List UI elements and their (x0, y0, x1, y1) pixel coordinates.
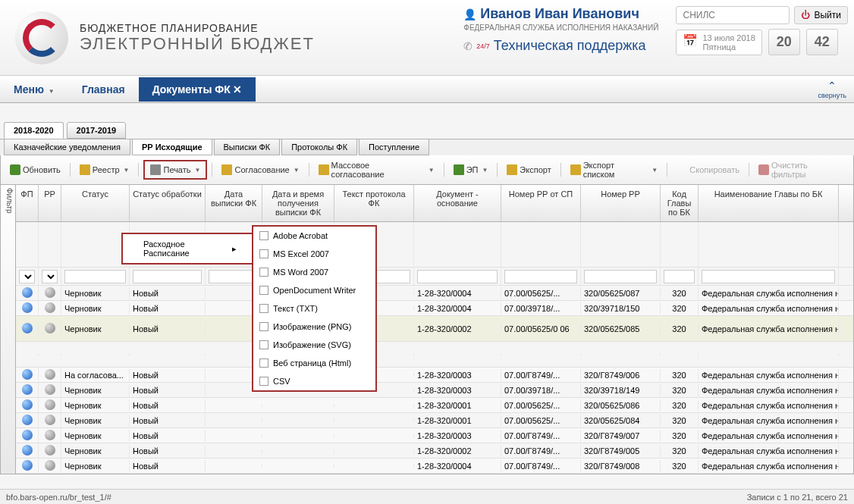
checkbox-icon[interactable] (259, 231, 268, 240)
cell-proc: Новый (130, 384, 206, 396)
sub-tab-3[interactable]: Протоколы ФК (281, 139, 357, 155)
table-row[interactable]: ЧерновикНовый1-28-320/000407.00/05625/..… (16, 286, 853, 301)
export-format-item[interactable]: Изображение (SVG) (253, 336, 375, 354)
table-row[interactable]: ЧерновикНовый1-28-320/000207.00/Г8749/..… (16, 443, 853, 459)
document-icon (80, 164, 90, 175)
year-tab-2018[interactable]: 2018-2020 (4, 122, 64, 139)
export-format-item[interactable]: CSV (253, 372, 375, 390)
checkbox-icon[interactable] (259, 304, 268, 313)
filter-status[interactable] (64, 270, 126, 283)
filter-fp[interactable] (19, 270, 35, 283)
export-format-item[interactable]: Adobe Acrobat (253, 227, 375, 245)
logo-icon (15, 11, 68, 64)
col-doc[interactable]: Документ - основание (414, 185, 501, 221)
app-title-1: БЮДЖЕТНОЕ ПЛАНИРОВАНИЕ (80, 22, 315, 34)
table-row[interactable]: ЧерновикНовый1-28-320/000207.00/05625/0 … (16, 316, 853, 342)
filter-name[interactable] (702, 270, 835, 283)
checkbox-icon[interactable] (259, 268, 268, 277)
close-icon[interactable]: ✕ (233, 83, 242, 95)
export-format-item[interactable]: MS Excel 2007 (253, 245, 375, 263)
user-name: Иванов Иван Иванович (480, 6, 639, 22)
col-proto[interactable]: Текст протокола ФК (334, 185, 414, 221)
print-submenu-item[interactable]: Расходное Расписание ▸ (124, 236, 252, 261)
chevron-up-icon: ⌃ (827, 80, 837, 92)
export-list-button[interactable]: Экспорт списком▼ (566, 158, 663, 181)
checkbox-icon[interactable] (259, 377, 268, 386)
rr-orb-icon (45, 445, 55, 455)
checkbox-icon[interactable] (259, 340, 268, 349)
snils-input[interactable] (676, 6, 790, 24)
filter-rr[interactable] (42, 270, 58, 283)
export-format-item[interactable]: MS Word 2007 (253, 263, 375, 281)
col-nrr[interactable]: Номер РР (581, 185, 661, 221)
table-row[interactable]: ЧерновикНовый1-28-320/000307.00/39718/..… (16, 383, 853, 398)
cell-status: Черновик (61, 399, 130, 412)
approval-button[interactable]: Согласование▼ (217, 162, 303, 177)
table-row[interactable]: На согласова...Новый1-28-320/000307.00/Г… (16, 368, 853, 383)
cell-status: Черновик (61, 445, 130, 457)
registry-button[interactable]: Реестр▼ (75, 162, 134, 177)
cell-code: 320 (661, 302, 699, 315)
nav-documents[interactable]: Документы ФК✕ (139, 77, 256, 102)
cell-name: Федеральная служба исполнения нак (699, 399, 839, 412)
checkbox-icon[interactable] (259, 249, 268, 258)
sub-tab-4[interactable]: Поступление (359, 139, 429, 155)
time-minutes: 42 (806, 29, 838, 55)
col-date1[interactable]: Дата выписки ФК (206, 185, 262, 221)
exit-button[interactable]: ⏻ Выйти (794, 6, 848, 24)
checkbox-icon[interactable] (259, 358, 268, 368)
cell-proc: Новый (130, 415, 206, 427)
filter-doc[interactable] (417, 270, 498, 283)
table-row[interactable]: ЧерновикНовый1-28-320/000107.00/05625/..… (16, 398, 853, 413)
cell-name: Федеральная служба исполнения нак (699, 302, 839, 315)
printer-icon (150, 164, 161, 175)
ep-button[interactable]: ЭП▼ (449, 162, 493, 177)
export-format-item[interactable]: OpenDocument Writer (253, 281, 375, 299)
table-row[interactable]: ЧерновикНовый1-28-320/000407.00/39718/..… (16, 301, 853, 316)
col-fp[interactable]: ФП (16, 185, 39, 221)
filter-label[interactable]: Фильтр (1, 185, 16, 474)
year-tab-2017[interactable]: 2017-2019 (67, 122, 127, 139)
cell-name: Федеральная служба исполнения нак (699, 430, 839, 442)
checkbox-icon[interactable] (259, 286, 268, 295)
col-status[interactable]: Статус (61, 185, 130, 221)
print-button[interactable]: Печать▼ (146, 162, 205, 177)
col-name[interactable]: Наименование Главы по БК (699, 185, 839, 221)
export-button[interactable]: Экспорт (502, 162, 555, 177)
checkbox-icon[interactable] (259, 322, 268, 331)
export-list-icon (570, 164, 581, 175)
nav-home[interactable]: Главная (68, 77, 139, 102)
col-proc[interactable]: Статус обработки (130, 185, 206, 221)
sub-tab-2[interactable]: Выписки ФК (214, 139, 281, 155)
fp-orb-icon (22, 430, 33, 440)
support-link[interactable]: ✆ 24/7 Техническая поддержка (463, 38, 658, 54)
mass-approval-button[interactable]: Массовое согласование▼ (314, 158, 439, 181)
rr-orb-icon (45, 415, 55, 425)
table-row[interactable]: ЧерновикНовый1-28-320/000107.00/05625/..… (16, 413, 853, 428)
cell-doc: 1-28-320/0001 (414, 399, 501, 412)
cell-code: 320 (661, 287, 699, 299)
rr-orb-icon (45, 430, 55, 440)
sub-tab-0[interactable]: Казначейские уведомления (4, 139, 130, 155)
filter-nrr[interactable] (584, 270, 657, 283)
table-row[interactable]: ЧерновикНовый1-28-320/000407.00/Г8749/..… (16, 459, 853, 474)
rr-orb-icon (45, 399, 55, 410)
export-format-item[interactable]: Изображение (PNG) (253, 318, 375, 336)
fp-orb-icon (22, 384, 33, 395)
export-format-item[interactable]: Текст (TXT) (253, 299, 375, 318)
table-row[interactable]: ЧерновикНовый1-28-320/000307.00/Г8749/..… (16, 428, 853, 443)
collapse-button[interactable]: ⌃ свернуть (818, 80, 846, 99)
cell-nrsp: 07.00/05625/0 06 (501, 323, 581, 335)
nav-menu[interactable]: Меню ▼ (0, 77, 68, 102)
col-date2[interactable]: Дата и время получения выписки ФК (262, 185, 334, 221)
sub-tab-1[interactable]: РР Исходящие (132, 139, 212, 155)
col-rr[interactable]: РР (39, 185, 61, 221)
refresh-button[interactable]: Обновить (5, 162, 65, 177)
col-code[interactable]: Код Главы по БК (661, 185, 699, 221)
filter-nrsp[interactable] (504, 270, 577, 283)
export-format-item[interactable]: Веб страница (Html) (253, 354, 375, 372)
filter-proc[interactable] (133, 270, 202, 283)
filter-code[interactable] (664, 270, 695, 283)
cell-code: 320 (661, 384, 699, 396)
col-nrsp[interactable]: Номер РР от СП (501, 185, 581, 221)
